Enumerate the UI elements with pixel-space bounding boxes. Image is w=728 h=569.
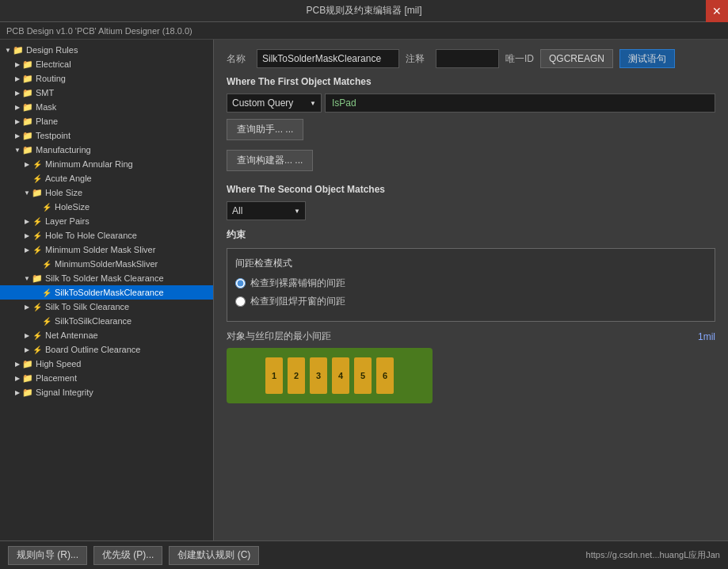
tree-item-hole-size[interactable]: ▼📁Hole Size (0, 185, 213, 200)
menu-bar: PCB Design v1.0 'PCB' Altium Designer (1… (0, 22, 728, 40)
clearance-label: 对象与丝印层的最小间距 (227, 330, 331, 343)
folder-icon: 📁 (22, 359, 33, 369)
constraint-header: 约束 (227, 228, 715, 242)
second-query-select[interactable]: All ▼ (227, 201, 306, 220)
folder-icon: 📁 (22, 373, 33, 384)
tree-label-silktosolder-val: SilkToSolderMaskClearance (55, 288, 164, 297)
menu-bar-text: PCB Design v1.0 'PCB' Altium Designer (1… (6, 26, 192, 36)
tree-icon-testpoint: 📁 (22, 130, 33, 141)
radio-exposed-copper[interactable] (235, 278, 246, 288)
tree-arrow-hole-to-hole: ▶ (22, 231, 32, 240)
tree-icon-holesize: ⚡ (41, 201, 52, 212)
query-builder-button[interactable]: 查询构建器... ... (227, 150, 313, 171)
priority-button[interactable]: 优先级 (P)... (93, 546, 162, 565)
where-first-header: Where The First Object Matches (227, 76, 715, 87)
folder-icon: 📁 (22, 116, 33, 127)
folder-icon: 📁 (22, 131, 33, 141)
pcb-pad-6: 6 (376, 357, 394, 394)
tree-label-hole-size: Hole Size (45, 188, 82, 197)
tree-item-silk-to-silk[interactable]: ▶⚡Silk To Silk Clearance (0, 300, 213, 314)
rule-icon: ⚡ (32, 346, 42, 354)
tree-arrow-plane: ▶ (13, 116, 22, 126)
tree-item-net-antennae[interactable]: ▶⚡Net Antennae (0, 328, 213, 342)
tree-item-silk-to-solder[interactable]: ▼📁Silk To Solder Mask Clearance (0, 271, 213, 285)
rules-wizard-button[interactable]: 规则向导 (R)... (8, 546, 87, 565)
create-default-button[interactable]: 创建默认规则 (C) (169, 546, 259, 565)
tree-item-board-outline[interactable]: ▶⚡Board Outline Clearance (0, 342, 213, 357)
tree-item-mask[interactable]: ▶📁Mask (0, 100, 213, 114)
comment-input[interactable] (436, 49, 499, 68)
tree-arrow-silktosolder-val (32, 288, 41, 297)
tree-item-min-solder-mask-val[interactable]: ⚡MinimumSolderMaskSliver (0, 257, 213, 271)
close-button[interactable]: ✕ (706, 0, 728, 22)
tree-icon-placement: 📁 (22, 372, 33, 384)
bottom-bar: 规则向导 (R)... 优先级 (P)... 创建默认规则 (C) https:… (0, 540, 728, 569)
tree-label-board-outline: Board Outline Clearance (45, 345, 140, 354)
tree-label-placement: Placement (36, 373, 77, 383)
tree-item-smt[interactable]: ▶📁SMT (0, 86, 213, 100)
clearance-row: 对象与丝印层的最小间距 1mil (227, 330, 715, 343)
tree-item-holesize[interactable]: ⚡HoleSize (0, 200, 213, 214)
tree-label-testpoint: Testpoint (36, 131, 71, 140)
tree-item-hole-to-hole[interactable]: ▶⚡Hole To Hole Clearance (0, 228, 213, 242)
tree-arrow-min-solder-mask-val (32, 259, 41, 269)
window-title: PCB规则及约束编辑器 [mil] (306, 4, 421, 17)
query-type-row: Custom Query ▼ (227, 94, 715, 113)
tree-item-acute-angle[interactable]: ⚡Acute Angle (0, 171, 213, 185)
tree-arrow-silk-to-silk: ▶ (22, 302, 32, 311)
radio-solder-mask[interactable] (235, 296, 246, 307)
tree-label-design-rules: Design Rules (26, 45, 78, 55)
tree-icon-min-solder-mask-val: ⚡ (41, 258, 52, 269)
tree-item-min-annular-ring[interactable]: ▶⚡Minimum Annular Ring (0, 157, 213, 171)
pcb-pad-5: 5 (354, 357, 372, 394)
tree-item-silktosolder-val[interactable]: ⚡SilkToSolderMaskClearance (0, 285, 213, 300)
tree-item-silktosilk-val[interactable]: ⚡SilkToSilkClearance (0, 314, 213, 328)
pcb-pad-1: 1 (265, 357, 283, 394)
tree-item-routing[interactable]: ▶📁Routing (0, 71, 213, 86)
tree-item-signal-integrity[interactable]: ▶📁Signal Integrity (0, 385, 213, 399)
tree-item-min-solder-mask[interactable]: ▶⚡Minimum Solder Mask Sliver (0, 242, 213, 257)
folder-icon: 📁 (22, 74, 33, 84)
unique-id-button[interactable]: QGCREAGN (540, 49, 613, 68)
tree-item-testpoint[interactable]: ▶📁Testpoint (0, 128, 213, 143)
test-sentence-button[interactable]: 测试语句 (619, 49, 675, 68)
name-label: 名称 (227, 52, 250, 66)
query-assist-button[interactable]: 查询助手... ... (227, 119, 303, 140)
tree-arrow-hole-size: ▼ (22, 188, 32, 197)
tree-icon-mask: 📁 (22, 101, 33, 113)
tree-arrow-min-annular-ring: ▶ (22, 159, 32, 169)
name-input[interactable] (257, 49, 399, 68)
tree-label-acute-angle: Acute Angle (45, 174, 92, 183)
query-type-arrow: ▼ (303, 100, 316, 107)
folder-icon: 📁 (22, 145, 33, 155)
folder-icon: 📁 (32, 273, 43, 284)
tree-arrow-min-solder-mask: ▶ (22, 245, 32, 254)
tree-arrow-acute-angle (22, 174, 32, 183)
tree-label-silk-to-solder: Silk To Solder Mask Clearance (45, 273, 164, 283)
name-row: 名称 注释 唯一ID QGCREAGN 测试语句 (227, 49, 715, 68)
rule-icon: ⚡ (42, 203, 51, 212)
query-type-select[interactable]: Custom Query ▼ (227, 94, 322, 113)
clearance-value: 1mil (698, 331, 715, 342)
tree-label-min-solder-mask: Minimum Solder Mask Sliver (45, 245, 155, 254)
tree-arrow-holesize (32, 202, 41, 212)
tree-arrow-design-rules: ▼ (3, 45, 13, 55)
tree-item-design-rules[interactable]: ▼📁Design Rules (0, 43, 213, 57)
folder-icon: 📁 (22, 59, 33, 70)
tree-arrow-layer-pairs: ▶ (22, 216, 32, 226)
tree-icon-hole-to-hole: ⚡ (32, 230, 43, 241)
rule-icon: ⚡ (32, 303, 42, 311)
constraint-box: 间距检查模式 检查到裸露铺铜的间距 检查到阻焊开窗的间距 (227, 248, 715, 322)
tree-item-manufacturing[interactable]: ▼📁Manufacturing (0, 143, 213, 157)
tree-item-layer-pairs[interactable]: ▶⚡Layer Pairs (0, 214, 213, 228)
tree-arrow-silktosilk-val (32, 316, 41, 326)
pcb-pad-4: 4 (332, 357, 349, 394)
tree-label-silktosilk-val: SilkToSilkClearance (55, 316, 131, 326)
tree-item-electrical[interactable]: ▶📁Electrical (0, 57, 213, 71)
tree-icon-min-solder-mask: ⚡ (32, 244, 43, 255)
tree-item-high-speed[interactable]: ▶📁High Speed (0, 357, 213, 371)
tree-item-placement[interactable]: ▶📁Placement (0, 371, 213, 385)
tree-item-plane[interactable]: ▶📁Plane (0, 114, 213, 128)
unique-id-label: 唯一ID (505, 52, 534, 66)
query-input[interactable] (325, 94, 715, 113)
